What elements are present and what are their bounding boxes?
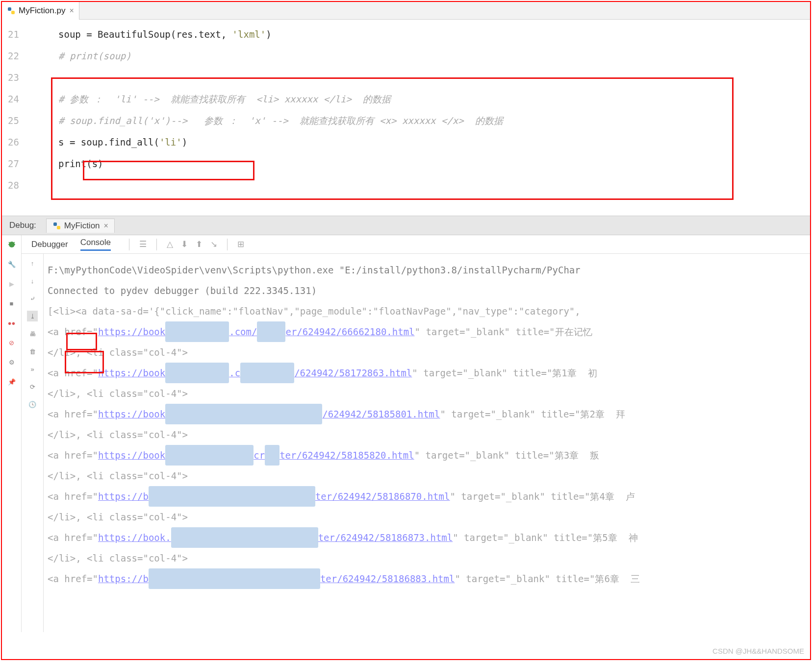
file-tab-label: MyFiction.py <box>19 6 65 16</box>
play-icon[interactable]: ▶ <box>6 278 17 289</box>
console-toolbar: ↑ ↓ ⤶ ⤓ 🖶 🗑 » ⟳ 🕓 <box>22 254 44 632</box>
trash-icon[interactable]: 🗑 <box>27 346 38 357</box>
highlight-box-li-open <box>66 333 97 350</box>
highlight-box-li-close <box>65 351 104 373</box>
debug-panel: 🔧 ▶ ■ ●● ⊘ ⚙ 📌 Debugger Console ☰ △ ⬇ ⬆ … <box>2 235 810 632</box>
refresh-icon[interactable]: ⟳ <box>27 381 38 392</box>
menu-icon[interactable]: ☰ <box>139 239 147 249</box>
svg-rect-0 <box>8 7 11 11</box>
arrow-down-icon[interactable]: ↓ <box>27 275 38 286</box>
history-icon[interactable]: 🕓 <box>27 399 38 410</box>
wrench-icon[interactable]: 🔧 <box>6 259 17 270</box>
debug-label: Debug: <box>9 221 36 230</box>
upload-icon[interactable]: ⬆ <box>196 239 203 249</box>
prompt-icon[interactable]: » <box>27 364 38 374</box>
svg-rect-3 <box>57 226 60 229</box>
arrow-up-icon[interactable]: ↑ <box>27 258 38 269</box>
print-icon[interactable]: 🖶 <box>27 328 38 339</box>
debug-left-toolbar: 🔧 ▶ ■ ●● ⊘ ⚙ 📌 <box>2 235 22 632</box>
tab-debugger[interactable]: Debugger <box>31 240 68 249</box>
pin-icon[interactable]: 📌 <box>6 376 17 387</box>
console-output[interactable]: F:\myPythonCode\VideoSpider\venv\Scripts… <box>44 254 810 632</box>
tab-console[interactable]: Console <box>80 238 111 251</box>
export-icon[interactable]: △ <box>167 239 173 249</box>
stop-icon[interactable]: ■ <box>6 298 17 309</box>
watermark: CSDN @JH&&HANDSOME <box>712 647 804 655</box>
debug-tab-myfiction[interactable]: MyFiction × <box>46 219 115 233</box>
close-icon[interactable]: × <box>69 6 74 15</box>
download-icon[interactable]: ⬇ <box>181 239 188 249</box>
python-icon <box>52 221 61 230</box>
debug-tab-label: MyFiction <box>64 221 100 231</box>
code-line-21: soup = BeautifulSoup(res.text, 'lxml') <box>24 24 810 45</box>
debug-panel-header: Debug: MyFiction × <box>2 216 810 235</box>
mute-breakpoints-icon[interactable]: ⊘ <box>6 337 17 348</box>
scroll-to-end-icon[interactable]: ⤓ <box>27 311 38 321</box>
svg-rect-1 <box>11 11 15 14</box>
calculator-icon[interactable]: ⊞ <box>237 239 244 249</box>
file-tab-myfiction[interactable]: MyFiction.py × <box>2 2 79 20</box>
svg-rect-2 <box>53 222 57 226</box>
separator <box>227 239 228 250</box>
highlight-box-comments <box>51 77 734 200</box>
code-editor[interactable]: 21 22 23 24 25 26 27 28 soup = Beautiful… <box>2 20 810 216</box>
line-gutter: 21 22 23 24 25 26 27 28 <box>2 20 24 216</box>
debug-inner-tabs: Debugger Console ☰ △ ⬇ ⬆ ↘ ⊞ <box>22 235 810 254</box>
separator <box>129 239 129 250</box>
arrow-icon[interactable]: ↘ <box>210 239 217 249</box>
separator <box>156 239 157 250</box>
screenshot-frame: MyFiction.py × 21 22 23 24 25 26 27 28 s… <box>1 1 811 660</box>
wrap-icon[interactable]: ⤶ <box>27 293 38 304</box>
code-line-22: # print(soup) <box>24 45 810 67</box>
breakpoints-icon[interactable]: ●● <box>6 318 17 328</box>
editor-tab-bar: MyFiction.py × <box>2 2 810 20</box>
python-file-icon <box>7 6 16 15</box>
settings-icon[interactable]: ⚙ <box>6 357 17 368</box>
close-icon[interactable]: × <box>104 221 108 230</box>
code-area[interactable]: soup = BeautifulSoup(res.text, 'lxml') #… <box>24 20 810 216</box>
bug-icon[interactable] <box>6 239 17 250</box>
highlight-box-findall <box>83 161 254 180</box>
